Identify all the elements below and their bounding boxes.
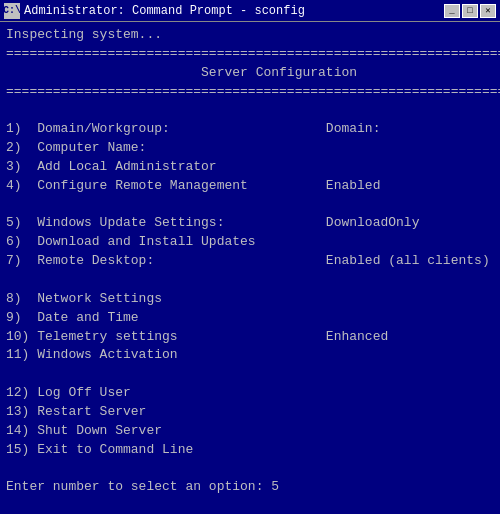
- terminal-area: Inspecting system... ===================…: [0, 22, 500, 514]
- title-bar-text: Administrator: Command Prompt - sconfig: [24, 4, 444, 18]
- menu-item-4: 4) Configure Remote Management Enabled: [6, 177, 494, 196]
- window-icon: C:\: [4, 3, 20, 19]
- menu-item-17: 14) Shut Down Server: [6, 422, 494, 441]
- menu-item-8: 7) Remote Desktop: Enabled (all clients): [6, 252, 494, 271]
- menu-item-19: [6, 459, 494, 478]
- menu-item-7: 6) Download and Install Updates: [6, 233, 494, 252]
- menu-item-12: 10) Telemetry settings Enhanced: [6, 328, 494, 347]
- window-controls[interactable]: _ □ ✕: [444, 4, 496, 18]
- menu-item-18: 15) Exit to Command Line: [6, 441, 494, 460]
- menu-item-5: [6, 196, 494, 215]
- title-bar: C:\ Administrator: Command Prompt - scon…: [0, 0, 500, 22]
- prompt-line: Enter number to select an option: 5: [6, 478, 494, 497]
- menu-item-9: [6, 271, 494, 290]
- separator-2: ========================================…: [6, 83, 494, 102]
- menu-item-14: [6, 365, 494, 384]
- menu-list: 1) Domain/Workgroup: Domain:2) Computer …: [6, 101, 494, 478]
- menu-item-1: 1) Domain/Workgroup: Domain:: [6, 120, 494, 139]
- inspecting-line: Inspecting system...: [6, 26, 494, 45]
- menu-item-13: 11) Windows Activation: [6, 346, 494, 365]
- maximize-button[interactable]: □: [462, 4, 478, 18]
- menu-item-10: 8) Network Settings: [6, 290, 494, 309]
- menu-item-11: 9) Date and Time: [6, 309, 494, 328]
- menu-item-15: 12) Log Off User: [6, 384, 494, 403]
- minimize-button[interactable]: _: [444, 4, 460, 18]
- menu-item-0: [6, 101, 494, 120]
- menu-item-6: 5) Windows Update Settings: DownloadOnly: [6, 214, 494, 233]
- separator-1: ========================================…: [6, 45, 494, 64]
- server-config-title: Server Configuration: [6, 64, 494, 83]
- menu-item-2: 2) Computer Name:: [6, 139, 494, 158]
- blank-line: [6, 497, 494, 514]
- close-button[interactable]: ✕: [480, 4, 496, 18]
- menu-item-3: 3) Add Local Administrator: [6, 158, 494, 177]
- menu-item-16: 13) Restart Server: [6, 403, 494, 422]
